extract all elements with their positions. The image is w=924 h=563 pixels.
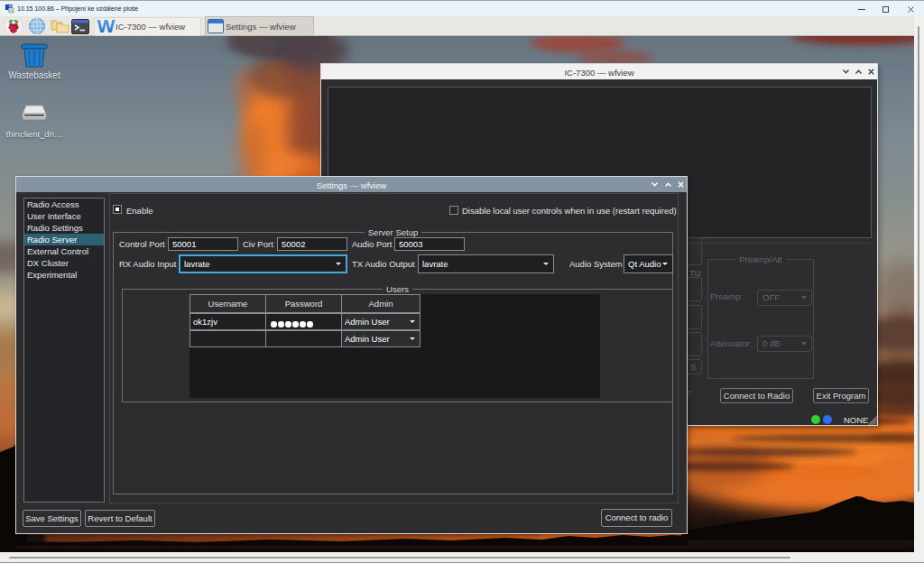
svg-text:W: W (97, 17, 116, 35)
